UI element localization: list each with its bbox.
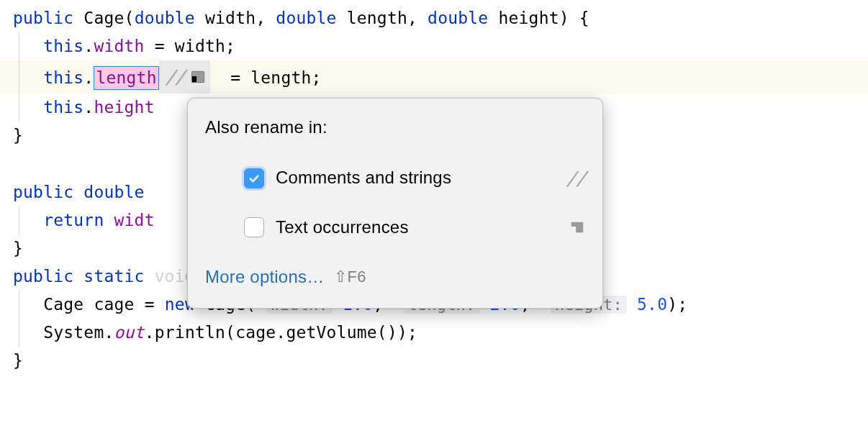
keyword: double (135, 9, 195, 27)
identifier: width (175, 37, 225, 55)
code-line-active[interactable]: this.length// = length; (0, 60, 868, 94)
var: cage (94, 295, 134, 314)
checkbox-checked[interactable] (244, 168, 264, 188)
text-occurrence-icon (190, 64, 206, 91)
checkbox-label: Text occurrences (276, 213, 558, 242)
var: cage (235, 323, 276, 342)
class-name: Cage (83, 9, 124, 27)
slashes-icon: // (165, 61, 184, 93)
keyword: this (43, 37, 83, 55)
brace: } (13, 126, 23, 145)
checkbox-label: Comments and strings (276, 163, 554, 193)
keyword: public (13, 267, 73, 286)
keyword: static (83, 267, 144, 286)
keyword: return (43, 211, 104, 229)
keyboard-shortcut: ⇧F6 (334, 263, 366, 290)
literal: 5.0 (637, 295, 667, 314)
keyword: public (13, 9, 73, 27)
keyword: double (83, 183, 144, 201)
method: getVolume (286, 323, 376, 342)
code-line[interactable]: public Cage(double width, double length,… (0, 4, 868, 32)
more-options-link[interactable]: More options… ⇧F6 (205, 263, 585, 292)
field: height (94, 98, 154, 117)
check-icon (248, 172, 261, 185)
method: println (155, 323, 225, 342)
rename-input[interactable]: length (94, 66, 158, 90)
code-line[interactable]: } (0, 347, 868, 375)
param: length (347, 9, 407, 27)
keyword: double (428, 9, 488, 27)
checkbox-unchecked[interactable] (244, 217, 264, 237)
identifier: length (250, 68, 311, 87)
code-line[interactable]: this.width = width; (0, 32, 868, 60)
code-line[interactable]: System.out.println(cage.getVolume()); (0, 319, 868, 347)
keyword: double (276, 9, 336, 27)
rename-options-popup: Also rename in: Comments and strings // … (187, 98, 603, 309)
link-text: More options… (205, 263, 324, 292)
keyword: public (13, 183, 73, 201)
class-ref: System (43, 323, 104, 342)
option-comments-strings[interactable]: Comments and strings // (205, 158, 585, 199)
slashes-icon: // (566, 163, 585, 194)
option-text-occurrences[interactable]: Text occurrences (205, 209, 585, 247)
rename-gutter[interactable]: // (159, 60, 210, 94)
popup-title: Also rename in: (205, 113, 585, 142)
static-field: out (114, 323, 145, 342)
brace: } (13, 239, 23, 258)
brace: } (13, 351, 23, 370)
param: width (205, 9, 256, 27)
keyword: this (43, 98, 83, 117)
field: width (94, 37, 144, 55)
keyword: this (43, 68, 83, 87)
param: height (498, 9, 559, 27)
text-occurrence-icon (569, 213, 585, 242)
field: widt (114, 211, 155, 229)
class-ref: Cage (43, 295, 83, 314)
